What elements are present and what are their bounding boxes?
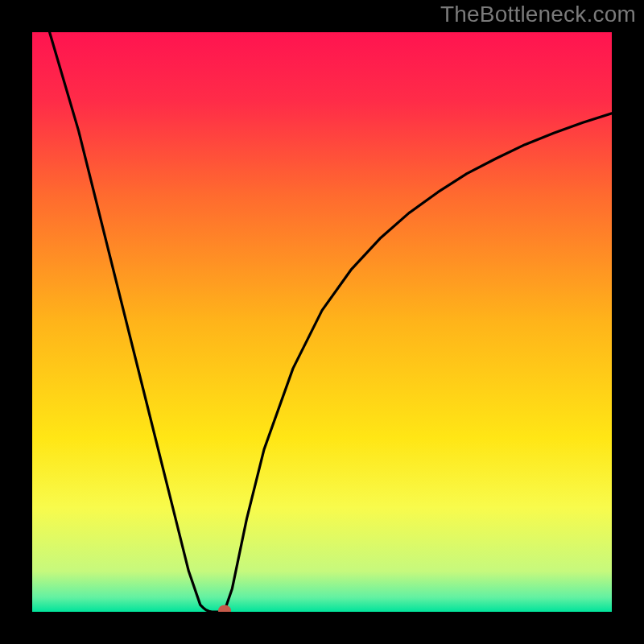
bottleneck-chart <box>0 0 644 644</box>
watermark-text: TheBottleneck.com <box>440 2 636 27</box>
chart-background <box>32 32 612 612</box>
chart-container: TheBottleneck.com <box>0 0 644 644</box>
